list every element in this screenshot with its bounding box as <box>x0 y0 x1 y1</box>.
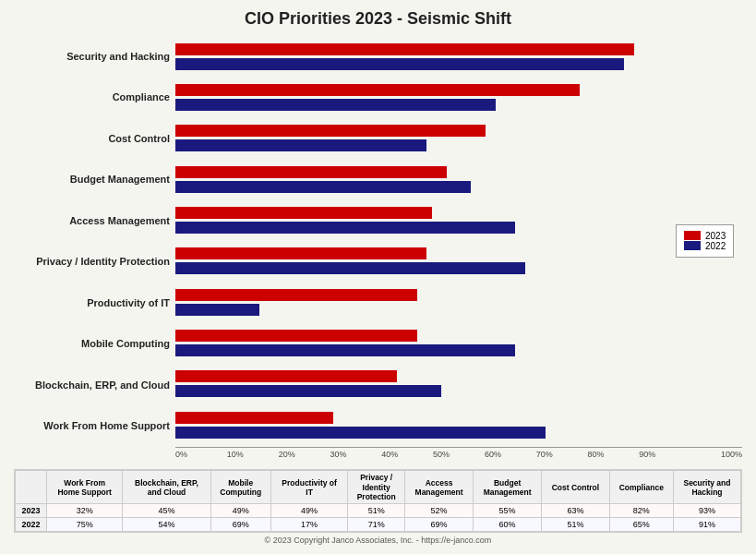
table-cell: 55% <box>474 504 542 518</box>
table-cell: 65% <box>609 518 673 532</box>
bar-row-2022 <box>175 303 668 316</box>
table-cell: 51% <box>542 518 609 532</box>
bar-2022 <box>175 304 259 316</box>
x-tick: 30% <box>330 448 381 459</box>
y-label: Budget Management <box>14 174 170 186</box>
x-tick: 60% <box>485 448 536 459</box>
bar-row-2022 <box>175 262 668 275</box>
bar-row-2023 <box>175 330 668 343</box>
bar-row-2023 <box>175 370 668 383</box>
table-cell: 52% <box>404 504 473 518</box>
bar-row-2023 <box>175 411 668 424</box>
table-cell: 60% <box>474 518 542 532</box>
bar-2023 <box>175 166 447 178</box>
bar-2023 <box>175 207 432 219</box>
data-table: Work FromHome SupportBlockchain, ERP,and… <box>15 470 741 532</box>
bar-2023 <box>175 330 417 342</box>
x-tick: 40% <box>381 448 433 459</box>
bar-2022 <box>175 99 496 111</box>
table-header: Work FromHome Support <box>46 471 122 504</box>
x-axis: 0%10%20%30%40%50%60%70%80%90%100% <box>175 447 742 465</box>
x-tick: 100% <box>690 448 742 459</box>
y-label: Blockchain, ERP, and Cloud <box>14 379 170 391</box>
y-label: Work From Home Support <box>14 420 170 432</box>
x-tick: 50% <box>433 448 485 459</box>
bars-container <box>175 36 668 445</box>
bar-row-2023 <box>175 247 668 260</box>
bar-group <box>175 370 668 398</box>
bar-row-2023 <box>175 288 668 301</box>
table-cell: 91% <box>673 518 740 532</box>
bar-group <box>175 330 668 357</box>
bar-row-2022 <box>175 139 668 152</box>
table-header: AccessManagement <box>404 471 473 504</box>
bar-group <box>175 288 668 316</box>
table-year-cell: 2022 <box>16 518 47 532</box>
bar-group <box>175 84 668 112</box>
bars-and-legend: 2023 2022 <box>175 36 742 445</box>
bar-2022 <box>175 181 471 193</box>
bar-2023 <box>175 370 397 382</box>
table-header: Productivity ofIT <box>270 471 348 504</box>
table-cell: 32% <box>46 504 122 518</box>
table-cell: 75% <box>46 518 122 532</box>
bar-2022 <box>175 58 624 70</box>
bar-row-2022 <box>175 426 668 439</box>
bar-2023 <box>175 125 486 137</box>
y-label: Access Management <box>14 215 170 227</box>
table-header <box>16 471 47 504</box>
bar-2022 <box>175 262 525 274</box>
bar-row-2022 <box>175 385 668 398</box>
table-header: Blockchain, ERP,and Cloud <box>123 471 210 504</box>
legend-item-2023: 2023 <box>684 231 726 241</box>
data-table-section: Work FromHome SupportBlockchain, ERP,and… <box>14 469 742 533</box>
table-row: 202275%54%69%17%71%69%60%51%65%91% <box>16 518 741 532</box>
y-axis-labels: Security and HackingComplianceCost Contr… <box>14 36 175 465</box>
legend-box: 2023 2022 <box>676 224 734 258</box>
y-label: Mobile Computing <box>14 338 170 350</box>
x-tick: 20% <box>279 448 330 459</box>
bar-row-2022 <box>175 99 668 112</box>
x-tick: 10% <box>227 448 279 459</box>
bar-2023 <box>175 43 634 55</box>
bar-row-2022 <box>175 222 668 235</box>
bar-row-2023 <box>175 165 668 178</box>
y-label: Productivity of IT <box>14 297 170 309</box>
x-tick: 80% <box>588 448 640 459</box>
bar-group <box>175 411 668 439</box>
bar-group <box>175 42 668 70</box>
y-label: Cost Control <box>14 133 170 145</box>
bar-2022 <box>175 139 426 151</box>
bar-2022 <box>175 222 515 234</box>
bar-2023 <box>175 247 426 259</box>
bar-2022 <box>175 385 441 397</box>
table-cell: 49% <box>270 504 348 518</box>
bar-2023 <box>175 412 333 424</box>
main-container: CIO Priorities 2023 - Seismic Shift Secu… <box>0 0 756 554</box>
bar-row-2022 <box>175 57 668 70</box>
x-tick: 90% <box>639 448 690 459</box>
legend-color-2022 <box>684 241 701 250</box>
table-cell: 69% <box>404 518 473 532</box>
copyright-text: © 2023 Copyright Janco Associates, Inc. … <box>14 536 742 545</box>
table-cell: 71% <box>348 518 405 532</box>
bar-row-2022 <box>175 180 668 193</box>
y-label: Security and Hacking <box>14 51 170 63</box>
table-header: Compliance <box>609 471 673 504</box>
y-label: Privacy / Identity Protection <box>14 256 170 268</box>
legend-color-2023 <box>684 231 701 240</box>
table-header: Security andHacking <box>673 471 740 504</box>
bar-group <box>175 165 668 193</box>
legend-label-2023: 2023 <box>705 231 726 241</box>
legend-label-2022: 2022 <box>705 241 726 251</box>
bar-group <box>175 125 668 152</box>
legend-item-2022: 2022 <box>684 241 726 251</box>
table-cell: 54% <box>123 518 210 532</box>
x-tick: 70% <box>536 448 588 459</box>
table-cell: 93% <box>673 504 740 518</box>
bar-row-2023 <box>175 42 668 55</box>
y-label: Compliance <box>14 91 170 103</box>
table-cell: 49% <box>210 504 270 518</box>
bar-2022 <box>175 344 515 356</box>
table-cell: 17% <box>270 518 348 532</box>
